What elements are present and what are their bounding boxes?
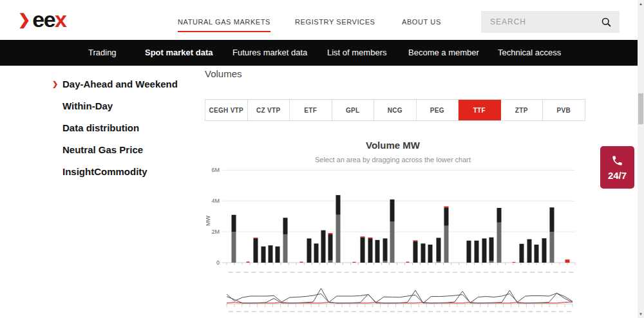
svg-text:0: 0	[216, 259, 220, 266]
tab-peg[interactable]: PEG	[417, 100, 459, 120]
svg-text:6M: 6M	[211, 167, 220, 173]
search-input[interactable]	[481, 17, 601, 26]
sidebar-item-day-ahead-and-weekend[interactable]: Day-Ahead and Weekend	[62, 79, 178, 89]
page-title: Volumes	[205, 68, 242, 79]
support-247-button[interactable]: 24/7	[600, 146, 634, 189]
logo-text-ee: ee	[32, 8, 55, 30]
mainnav-become-a-member[interactable]: Become a member	[408, 40, 479, 66]
tab-gpl[interactable]: GPL	[332, 100, 375, 120]
svg-text:2M: 2M	[211, 229, 220, 235]
scroll-up-arrow[interactable]: ▲	[638, 0, 644, 8]
support-247-label: 24/7	[608, 170, 627, 181]
tab-pvb[interactable]: PVB	[543, 100, 585, 120]
mainnav-spot-market-data[interactable]: Spot market data	[145, 40, 213, 66]
phone-icon	[611, 154, 623, 167]
topnav-registry-services[interactable]: REGISTRY SERVICES	[295, 18, 375, 26]
scrollbar[interactable]: ▲ ▼	[638, 0, 644, 318]
chart-subtitle: Select an area by dragging across the lo…	[206, 156, 580, 164]
sidebar-item-data-distribution[interactable]: Data distribution	[62, 122, 139, 133]
logo-chevron-icon: ❯	[18, 12, 30, 27]
sidebar-item-insightcommodity[interactable]: InsightCommodity	[62, 166, 147, 177]
scroll-down-arrow[interactable]: ▼	[638, 310, 644, 318]
main-nav: Trading Spot market data Futures market …	[0, 40, 638, 66]
volume-chart[interactable]: 02M4M6MMW	[206, 164, 580, 318]
mainnav-list-of-members[interactable]: List of members	[327, 40, 386, 66]
logo-text-x: x	[55, 8, 66, 30]
svg-text:MW: MW	[206, 216, 211, 226]
eex-logo[interactable]: ❯eex	[18, 8, 66, 30]
chevron-right-icon: ❯	[52, 80, 58, 88]
search-box	[481, 11, 620, 33]
svg-text:4M: 4M	[211, 198, 220, 204]
tab-etf[interactable]: ETF	[290, 100, 332, 120]
mainnav-futures-market-data[interactable]: Futures market data	[232, 40, 307, 66]
tab-ncg[interactable]: NCG	[374, 100, 417, 120]
header: ❯eex NATURAL GAS MARKETS REGISTRY SERVIC…	[0, 0, 638, 40]
tab-ttf[interactable]: TTF	[459, 100, 501, 120]
scrollbar-thumb[interactable]	[638, 93, 643, 124]
sidebar-item-neutral-gas-price[interactable]: Neutral Gas Price	[62, 144, 143, 155]
sidebar-item-within-day[interactable]: Within-Day	[62, 100, 113, 111]
tab-cegh-vtp[interactable]: CEGH VTP	[205, 100, 248, 120]
chart-title: Volume MW	[206, 140, 580, 151]
page: ❯eex NATURAL GAS MARKETS REGISTRY SERVIC…	[0, 0, 644, 318]
mainnav-technical-access[interactable]: Technical access	[498, 40, 561, 66]
tab-ztp[interactable]: ZTP	[501, 100, 544, 120]
mainnav-trading[interactable]: Trading	[88, 40, 117, 66]
market-tabs: CEGH VTPCZ VTPETFGPLNCGPEGTTFZTPPVB	[205, 99, 585, 121]
topnav-natural-gas-markets[interactable]: NATURAL GAS MARKETS	[178, 18, 270, 26]
search-icon[interactable]	[601, 17, 612, 28]
topnav-about-us[interactable]: ABOUT US	[402, 18, 441, 26]
tab-cz-vtp[interactable]: CZ VTP	[248, 100, 290, 120]
